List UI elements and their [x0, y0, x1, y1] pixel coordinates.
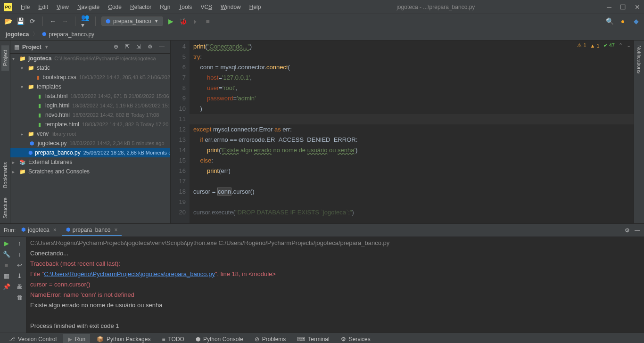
scroll-end-icon[interactable]: ⤓ — [17, 272, 22, 279]
tab-version-control[interactable]: ⎇Version Control — [4, 334, 61, 343]
next-highlight-icon[interactable]: ⌄ — [627, 42, 631, 49]
console-output[interactable]: C:\Users\Rogério\PycharmProjects\jogotec… — [26, 237, 644, 333]
tab-problems[interactable]: ⊘Problems — [250, 334, 291, 343]
wrench-icon[interactable]: 🔧 — [3, 251, 10, 258]
gutter[interactable]: 456 789 101112 131415 161718 1920 — [171, 41, 190, 223]
code-with-me-icon[interactable]: 👥▾ — [81, 17, 90, 25]
tab-structure[interactable]: Structure — [1, 193, 9, 223]
run-config-selector[interactable]: ⬢ prepara_banco ▼ — [101, 16, 163, 26]
minimize-icon[interactable]: ─ — [607, 3, 611, 11]
tree-login[interactable]: ▮ login.html 18/03/2022 14:42, 1,19 kB 2… — [10, 101, 170, 110]
tab-services[interactable]: ⚙Services — [336, 334, 375, 343]
tree-jogoteca-py[interactable]: ⬢ jogoteca.py 18/03/2022 14:42, 2,34 kB … — [10, 139, 170, 148]
forward-icon[interactable]: → — [61, 17, 69, 25]
left-tool-rail: Project Bookmarks Structure — [0, 41, 10, 223]
code-area[interactable]: print("Conectando...") try: conn = mysql… — [190, 41, 634, 223]
tree-venv[interactable]: ▸📁 venv library root — [10, 129, 170, 139]
tab-terminal[interactable]: ⌨Terminal — [292, 334, 334, 343]
main-menu: FFileile Edit View Navigate Code Refacto… — [17, 2, 264, 12]
close-tab-icon[interactable]: × — [114, 227, 117, 233]
tab-project[interactable]: Project — [1, 45, 9, 71]
tree-prepara-banco[interactable]: ⬢ prepara_banco.py 25/06/2022 18:28, 2,6… — [10, 148, 170, 157]
tree-root[interactable]: ▾📁 jogoteca C:\Users\Rogério\PycharmProj… — [10, 54, 170, 63]
menu-refactor[interactable]: Refactor — [126, 2, 155, 12]
debug-button[interactable]: 🐞 — [179, 17, 188, 25]
hide-icon[interactable]: — — [159, 43, 166, 51]
tab-run[interactable]: ▶Run — [63, 334, 90, 343]
close-icon[interactable]: ✕ — [635, 3, 640, 11]
tree-bootstrap[interactable]: ▮ bootstrap.css 18/03/2022 14:42, 205,48… — [10, 73, 170, 82]
tab-todo[interactable]: ≡TODO — [157, 334, 189, 343]
warning-icon[interactable]: ⚠ 1 — [577, 42, 586, 49]
weak-warning-icon[interactable]: ✔ 47 — [603, 42, 615, 49]
pin-icon[interactable]: 📌 — [3, 283, 10, 290]
menu-run[interactable]: Run — [156, 2, 174, 12]
tree-static[interactable]: ▾📁 static — [10, 63, 170, 73]
main-toolbar: 📂 💾 ⟳ ← → 👥▾ ⬢ prepara_banco ▼ ▶ 🐞 ⏵ ■ 🔍… — [0, 14, 644, 28]
menu-vcs[interactable]: VCS — [197, 2, 216, 12]
clear-icon[interactable]: 🗑 — [17, 294, 23, 301]
menu-view[interactable]: View — [53, 2, 73, 12]
run-tab-jogoteca[interactable]: ⬢ jogoteca × — [17, 225, 60, 236]
inspections-widget[interactable]: ⚠ 1 ▲ 1 ✔ 47 ⌃ ⌄ — [577, 42, 631, 49]
run-tab-prepara-banco[interactable]: ⬢ prepara_banco × — [62, 225, 122, 236]
gear-icon[interactable]: ⚙ — [625, 227, 630, 234]
tree-scratches[interactable]: ▸📁 Scratches and Consoles — [10, 167, 170, 176]
tree-novo[interactable]: ▮ novo.html 18/03/2022 14:42, 802 B Toda… — [10, 110, 170, 120]
run-panel-label: Run: — [4, 227, 16, 234]
locate-icon[interactable]: ⊕ — [114, 43, 121, 51]
sync-icon[interactable]: ⟳ — [28, 17, 37, 25]
save-icon[interactable]: 💾 — [16, 17, 25, 25]
tree-lista[interactable]: ▮ lista.html 18/03/2022 14:42, 671 B 21/… — [10, 91, 170, 101]
layout-icon[interactable]: ▦ — [4, 272, 9, 279]
tab-python-console[interactable]: ⬢Python Console — [191, 334, 248, 343]
python-icon: ⬢ — [42, 31, 47, 37]
menu-edit[interactable]: Edit — [34, 2, 52, 12]
stop-icon[interactable]: ■ — [5, 261, 8, 269]
print-icon[interactable]: 🖶 — [17, 283, 23, 290]
close-tab-icon[interactable]: × — [53, 227, 57, 233]
menu-window[interactable]: Window — [217, 2, 245, 12]
warning-icon[interactable]: ▲ 1 — [590, 43, 600, 49]
down-icon[interactable]: ↓ — [18, 251, 21, 258]
console-icon: ⬢ — [196, 336, 200, 343]
run-toolbar-right: ↑ ↓ ↩ ⤓ 🖶 🗑 — [13, 237, 26, 333]
menu-tools[interactable]: Tools — [175, 2, 196, 12]
search-icon[interactable]: 🔍 — [605, 17, 614, 25]
chevron-down-icon: ▼ — [154, 18, 159, 24]
menu-code[interactable]: Code — [104, 2, 125, 12]
stop-button[interactable]: ■ — [204, 17, 212, 25]
soft-wrap-icon[interactable]: ↩ — [17, 261, 22, 269]
menu-help[interactable]: Help — [246, 2, 265, 12]
tree-ext-lib[interactable]: ▸📚 External Libraries — [10, 157, 170, 167]
collapse-icon[interactable]: ⇲ — [136, 43, 144, 51]
jetbrains-icon[interactable]: ◆ — [632, 17, 640, 25]
maximize-icon[interactable]: ☐ — [620, 3, 626, 11]
chevron-down-icon[interactable]: ▼ — [44, 44, 49, 49]
prev-highlight-icon[interactable]: ⌃ — [619, 42, 623, 49]
tab-python-packages[interactable]: 📦Python Packages — [92, 334, 155, 343]
tab-notifications[interactable]: Notifications — [636, 41, 643, 78]
menu-file[interactable]: FFileile — [17, 2, 33, 12]
breadcrumb-file[interactable]: ⬢ prepara_banco.py — [40, 30, 96, 39]
rerun-icon[interactable]: ▶ — [4, 240, 9, 247]
gear-icon[interactable]: ⚙ — [148, 43, 155, 51]
open-icon[interactable]: 📂 — [4, 17, 12, 25]
menu-navigate[interactable]: Navigate — [74, 2, 103, 12]
chevron-right-icon: 〉 — [33, 30, 38, 38]
run-coverage-icon[interactable]: ⏵ — [191, 17, 200, 25]
up-icon[interactable]: ↑ — [18, 240, 21, 247]
breadcrumb-project[interactable]: jogoteca — [4, 30, 31, 39]
run-button[interactable]: ▶ — [167, 17, 175, 25]
run-config-label: prepara_banco — [113, 18, 151, 24]
hide-panel-icon[interactable]: — — [635, 227, 640, 234]
tree-templates[interactable]: ▾📁 templates — [10, 82, 170, 91]
file-link[interactable]: C:\Users\Rogério\PycharmProjects\jogotec… — [44, 270, 215, 278]
updates-icon[interactable]: ● — [619, 17, 627, 25]
editor[interactable]: 456 789 101112 131415 161718 1920 print(… — [171, 41, 634, 223]
tree-template[interactable]: ▮ template.html 18/03/2022 14:42, 882 B … — [10, 120, 170, 129]
tab-bookmarks[interactable]: Bookmarks — [1, 157, 9, 193]
expand-icon[interactable]: ⇱ — [125, 43, 132, 51]
back-icon[interactable]: ← — [49, 17, 57, 25]
project-tree[interactable]: ▾📁 jogoteca C:\Users\Rogério\PycharmProj… — [10, 54, 170, 223]
